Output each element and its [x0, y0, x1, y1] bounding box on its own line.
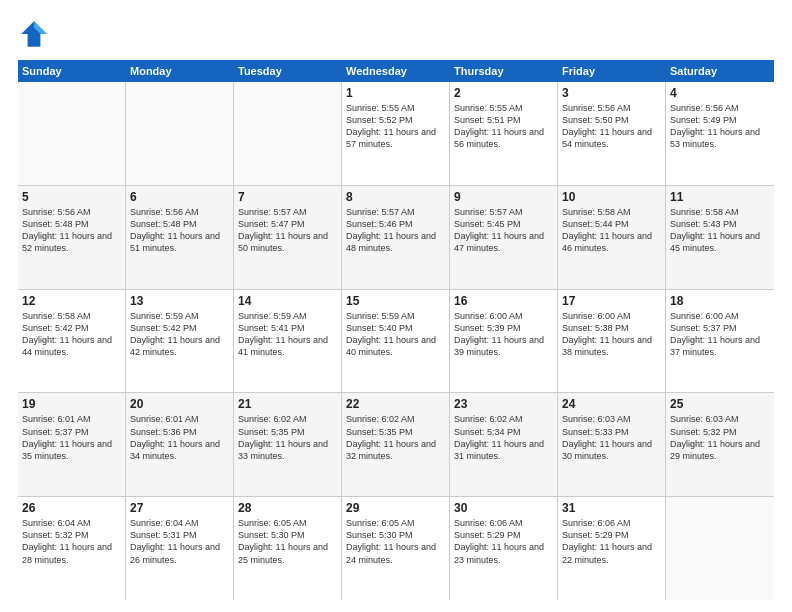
- sunset-label: Sunset: 5:32 PM: [670, 427, 737, 437]
- calendar-cell: 6Sunrise: 5:56 AMSunset: 5:48 PMDaylight…: [126, 186, 234, 289]
- calendar-cell: 24Sunrise: 6:03 AMSunset: 5:33 PMDayligh…: [558, 393, 666, 496]
- daylight-label: Daylight: 11 hours and 37 minutes.: [670, 335, 760, 357]
- day-number: 25: [670, 397, 770, 411]
- sunrise-label: Sunrise: 6:02 AM: [238, 414, 307, 424]
- sunrise-label: Sunrise: 6:04 AM: [130, 518, 199, 528]
- sunset-label: Sunset: 5:51 PM: [454, 115, 521, 125]
- calendar-week-4: 19Sunrise: 6:01 AMSunset: 5:37 PMDayligh…: [18, 393, 774, 497]
- daylight-label: Daylight: 11 hours and 34 minutes.: [130, 439, 220, 461]
- sunset-label: Sunset: 5:36 PM: [130, 427, 197, 437]
- day-number: 4: [670, 86, 770, 100]
- day-number: 1: [346, 86, 445, 100]
- day-number: 23: [454, 397, 553, 411]
- daylight-label: Daylight: 11 hours and 29 minutes.: [670, 439, 760, 461]
- day-number: 13: [130, 294, 229, 308]
- calendar-header: SundayMondayTuesdayWednesdayThursdayFrid…: [18, 60, 774, 82]
- sunset-label: Sunset: 5:45 PM: [454, 219, 521, 229]
- header-day-wednesday: Wednesday: [342, 60, 450, 82]
- sunrise-label: Sunrise: 6:02 AM: [346, 414, 415, 424]
- calendar-cell: 22Sunrise: 6:02 AMSunset: 5:35 PMDayligh…: [342, 393, 450, 496]
- day-info: Sunrise: 5:57 AMSunset: 5:45 PMDaylight:…: [454, 206, 553, 255]
- day-info: Sunrise: 6:06 AMSunset: 5:29 PMDaylight:…: [454, 517, 553, 566]
- sunset-label: Sunset: 5:40 PM: [346, 323, 413, 333]
- daylight-label: Daylight: 11 hours and 35 minutes.: [22, 439, 112, 461]
- calendar-cell: 11Sunrise: 5:58 AMSunset: 5:43 PMDayligh…: [666, 186, 774, 289]
- day-info: Sunrise: 5:58 AMSunset: 5:43 PMDaylight:…: [670, 206, 770, 255]
- calendar-cell: 12Sunrise: 5:58 AMSunset: 5:42 PMDayligh…: [18, 290, 126, 393]
- sunrise-label: Sunrise: 5:55 AM: [454, 103, 523, 113]
- day-info: Sunrise: 5:55 AMSunset: 5:51 PMDaylight:…: [454, 102, 553, 151]
- calendar-cell: 23Sunrise: 6:02 AMSunset: 5:34 PMDayligh…: [450, 393, 558, 496]
- header-day-tuesday: Tuesday: [234, 60, 342, 82]
- day-info: Sunrise: 6:00 AMSunset: 5:38 PMDaylight:…: [562, 310, 661, 359]
- calendar-cell: 14Sunrise: 5:59 AMSunset: 5:41 PMDayligh…: [234, 290, 342, 393]
- sunset-label: Sunset: 5:43 PM: [670, 219, 737, 229]
- calendar-cell: 16Sunrise: 6:00 AMSunset: 5:39 PMDayligh…: [450, 290, 558, 393]
- calendar-cell: 29Sunrise: 6:05 AMSunset: 5:30 PMDayligh…: [342, 497, 450, 600]
- day-number: 9: [454, 190, 553, 204]
- daylight-label: Daylight: 11 hours and 56 minutes.: [454, 127, 544, 149]
- header-day-monday: Monday: [126, 60, 234, 82]
- calendar-cell: 10Sunrise: 5:58 AMSunset: 5:44 PMDayligh…: [558, 186, 666, 289]
- calendar-cell: 28Sunrise: 6:05 AMSunset: 5:30 PMDayligh…: [234, 497, 342, 600]
- sunrise-label: Sunrise: 6:06 AM: [562, 518, 631, 528]
- sunrise-label: Sunrise: 5:59 AM: [238, 311, 307, 321]
- day-info: Sunrise: 6:06 AMSunset: 5:29 PMDaylight:…: [562, 517, 661, 566]
- calendar-cell: 1Sunrise: 5:55 AMSunset: 5:52 PMDaylight…: [342, 82, 450, 185]
- day-number: 18: [670, 294, 770, 308]
- sunset-label: Sunset: 5:48 PM: [22, 219, 89, 229]
- daylight-label: Daylight: 11 hours and 24 minutes.: [346, 542, 436, 564]
- daylight-label: Daylight: 11 hours and 38 minutes.: [562, 335, 652, 357]
- sunrise-label: Sunrise: 5:56 AM: [670, 103, 739, 113]
- day-info: Sunrise: 5:59 AMSunset: 5:41 PMDaylight:…: [238, 310, 337, 359]
- sunrise-label: Sunrise: 5:57 AM: [454, 207, 523, 217]
- sunset-label: Sunset: 5:49 PM: [670, 115, 737, 125]
- day-info: Sunrise: 6:03 AMSunset: 5:32 PMDaylight:…: [670, 413, 770, 462]
- sunset-label: Sunset: 5:37 PM: [670, 323, 737, 333]
- daylight-label: Daylight: 11 hours and 28 minutes.: [22, 542, 112, 564]
- sunrise-label: Sunrise: 6:00 AM: [562, 311, 631, 321]
- day-number: 12: [22, 294, 121, 308]
- day-info: Sunrise: 6:04 AMSunset: 5:31 PMDaylight:…: [130, 517, 229, 566]
- sunset-label: Sunset: 5:41 PM: [238, 323, 305, 333]
- calendar-week-2: 5Sunrise: 5:56 AMSunset: 5:48 PMDaylight…: [18, 186, 774, 290]
- calendar-cell: 7Sunrise: 5:57 AMSunset: 5:47 PMDaylight…: [234, 186, 342, 289]
- sunrise-label: Sunrise: 6:04 AM: [22, 518, 91, 528]
- sunset-label: Sunset: 5:34 PM: [454, 427, 521, 437]
- day-number: 31: [562, 501, 661, 515]
- calendar-week-3: 12Sunrise: 5:58 AMSunset: 5:42 PMDayligh…: [18, 290, 774, 394]
- calendar-cell: 13Sunrise: 5:59 AMSunset: 5:42 PMDayligh…: [126, 290, 234, 393]
- day-info: Sunrise: 6:01 AMSunset: 5:37 PMDaylight:…: [22, 413, 121, 462]
- calendar-cell: 21Sunrise: 6:02 AMSunset: 5:35 PMDayligh…: [234, 393, 342, 496]
- daylight-label: Daylight: 11 hours and 26 minutes.: [130, 542, 220, 564]
- day-info: Sunrise: 6:00 AMSunset: 5:39 PMDaylight:…: [454, 310, 553, 359]
- header-day-friday: Friday: [558, 60, 666, 82]
- header: [18, 18, 774, 50]
- sunset-label: Sunset: 5:29 PM: [454, 530, 521, 540]
- page: SundayMondayTuesdayWednesdayThursdayFrid…: [0, 0, 792, 612]
- calendar-cell: 3Sunrise: 5:56 AMSunset: 5:50 PMDaylight…: [558, 82, 666, 185]
- daylight-label: Daylight: 11 hours and 22 minutes.: [562, 542, 652, 564]
- daylight-label: Daylight: 11 hours and 33 minutes.: [238, 439, 328, 461]
- daylight-label: Daylight: 11 hours and 45 minutes.: [670, 231, 760, 253]
- sunset-label: Sunset: 5:33 PM: [562, 427, 629, 437]
- daylight-label: Daylight: 11 hours and 44 minutes.: [22, 335, 112, 357]
- sunset-label: Sunset: 5:30 PM: [346, 530, 413, 540]
- day-info: Sunrise: 5:57 AMSunset: 5:47 PMDaylight:…: [238, 206, 337, 255]
- day-number: 30: [454, 501, 553, 515]
- sunset-label: Sunset: 5:35 PM: [238, 427, 305, 437]
- day-info: Sunrise: 6:05 AMSunset: 5:30 PMDaylight:…: [346, 517, 445, 566]
- day-info: Sunrise: 5:56 AMSunset: 5:49 PMDaylight:…: [670, 102, 770, 151]
- sunset-label: Sunset: 5:37 PM: [22, 427, 89, 437]
- sunrise-label: Sunrise: 6:01 AM: [130, 414, 199, 424]
- calendar-cell: 15Sunrise: 5:59 AMSunset: 5:40 PMDayligh…: [342, 290, 450, 393]
- calendar-cell: 4Sunrise: 5:56 AMSunset: 5:49 PMDaylight…: [666, 82, 774, 185]
- logo-icon: [18, 18, 50, 50]
- day-info: Sunrise: 5:57 AMSunset: 5:46 PMDaylight:…: [346, 206, 445, 255]
- sunset-label: Sunset: 5:42 PM: [22, 323, 89, 333]
- sunrise-label: Sunrise: 6:03 AM: [670, 414, 739, 424]
- calendar-cell: 26Sunrise: 6:04 AMSunset: 5:32 PMDayligh…: [18, 497, 126, 600]
- day-info: Sunrise: 6:01 AMSunset: 5:36 PMDaylight:…: [130, 413, 229, 462]
- header-day-saturday: Saturday: [666, 60, 774, 82]
- sunset-label: Sunset: 5:47 PM: [238, 219, 305, 229]
